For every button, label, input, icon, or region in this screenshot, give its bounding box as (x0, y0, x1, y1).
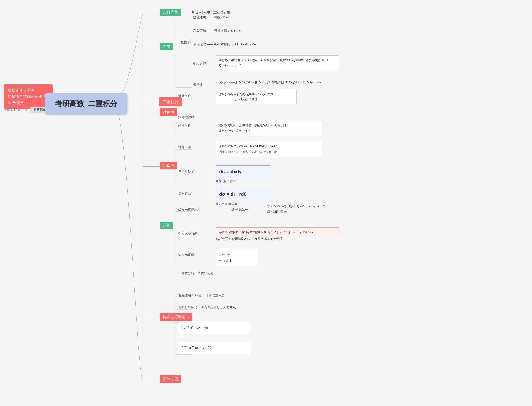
mind-map-canvas: 版权∈ 本人所有 严禁擅自转载和商用 受法律保护 2020.3.16 开坑 更新… (0, 0, 532, 406)
polar-cartesian-formula-box: x = rcosθ y = rsinθ (216, 249, 258, 266)
preserve-label: 保号性 (193, 83, 203, 87)
coord-use-polar: —— 选用 极坐标 (224, 208, 248, 211)
calc-shortcut-label: 计算口诀 (178, 145, 191, 149)
special-formula1: ∫-∞+∞ e-x² dx = √π (182, 324, 247, 332)
swap-sym-line1: 若x与y对调后，区域D不变，或区域D关于y=x对称，则 (219, 123, 319, 128)
polar-formula-box: dσ = dr · rdθ (216, 188, 275, 200)
start-date: 2020.3.16 开坑 (4, 107, 28, 112)
order-swap-note: x,y积分互换 使用轮换对称 → 2I 双倍 或者 I² 升维度 (216, 237, 283, 241)
ordinary-sym-line1: ∬f(x,y)dxdy = ⎧ 2∬f(x,y)dxdy，f(x,y)=f(-x… (219, 92, 293, 96)
pc-formula2: y = rsinθ (219, 257, 255, 264)
ordinary-sym-box: ∬f(x,y)dxdy = ⎧ 2∬f(x,y)dxdy，f(x,y)=f(-x… (216, 89, 297, 104)
central-node: 考研高数_二重积分 (45, 93, 127, 115)
label-double-integral: 二重积分 (159, 97, 182, 106)
label-chapter-skills: 章节技巧 (160, 375, 181, 383)
additive-property: 积分可加 —— 可拆区间D=D1∪D2 (193, 29, 242, 33)
general-properties-label: 一般性质 (177, 40, 191, 45)
label-calculation-method: 计算法 (160, 162, 177, 169)
mean-value-detail-box: 函数f(x,y)在有界区间D上连续，A为D的面积，则在D上至少存在一点(ξ,η)… (216, 56, 339, 70)
calc-note: 后积先定限 限内画条线 先交写下限 后交写下限 (219, 149, 319, 154)
polar-conditions-box: 有 f(x²+y²)=f(r²)，f(y/x)=f(tanθ)，f(x/y)=f… (267, 204, 325, 214)
encounter-polar-label: 遇到极坐标马上转为直角坐标，反之亦然 (178, 305, 236, 309)
special-formula1-box: ∫-∞+∞ e-x² dx = √π (178, 321, 251, 334)
polar-note: 画线→[从左往右] (216, 202, 238, 206)
swap-symmetry-label: 轮换对称 (178, 124, 191, 128)
polar-label: 极坐标系 (178, 192, 191, 196)
find-axis-label: 找对称轴线 (178, 115, 194, 119)
cartesian-note: 画线↑[从下往上] (216, 179, 237, 183)
central-node-title: 考研高数_二重积分 (55, 100, 117, 108)
preserve-detail: f(x,y)≤g(x,y)⟺∬_D f(x,y)dσ ≤ ∬_D f(x,y)d… (216, 80, 321, 85)
ordinary-sym-line2: ⎩ 0，f(x,y)=-f(-x,y) (219, 96, 293, 102)
polar-cond1: 有 f(x²+y²)=f(r²)，f(y/x)=f(tanθ)，f(x/y)=f… (267, 204, 325, 209)
geometric-content: f(x,y)可积即二重积分存在 (192, 10, 230, 15)
ordinary-symmetry-label: 普通对称 (178, 94, 191, 98)
cartesian-label: 直角坐标系 (178, 169, 194, 173)
order-swap-box: 存在原函数但求不出初等形式的原函数 若∫e^x², ∫sin x²dx, ∫si… (216, 227, 339, 237)
special-formula2-box: ∫0+∞ e-x² dx = √π / 2 (178, 341, 251, 354)
one-to-double-label: 一元积分转二重积分问题 (178, 271, 213, 275)
label-geometric-background: 几何背景 (160, 8, 181, 16)
label-calculation: 计算 (160, 222, 173, 229)
estimate-theorem: 估值定理 —— A为D的面积，则mA≤f(D)≤MA (193, 42, 256, 46)
label-symmetry: 对称性 (160, 109, 177, 116)
mean-value-label: 中值定理 (193, 62, 206, 66)
label-properties: 性质 (160, 43, 173, 50)
copyright-line2: 严禁擅自转载和商用 受法律保护 (8, 94, 49, 106)
polar-cond2: 圆or圆的一部分 (267, 209, 325, 214)
calc-formula: ∬f(x,y)dxdy = ∫_a^b dx ∫_{φ₁(x)}^{φ₂(x)}… (219, 143, 319, 148)
order-swap-detail: 存在原函数但求不出初等形式的原函数 若∫e^x², ∫sin x²dx, ∫si… (219, 230, 336, 235)
cartesian-formula-box: dσ = dxdy (216, 166, 271, 178)
date-section: 2020.3.16 开坑 更新记录 (4, 107, 49, 113)
special-formula2: ∫0+∞ e-x² dx = √π / 2 (182, 344, 247, 352)
linear-property: 线性性质 —— 可拆f=f1+f2 (193, 15, 230, 19)
coord-selection-label: 坐标系选择原则 (178, 208, 201, 211)
first-use-label: 首先使用 对称性质 计算双重积分I (178, 294, 226, 297)
swap-sym-line2: ∬f(x,y)dxdy = ∬f(y,x)dydx (219, 128, 319, 133)
copyright-line1: 版权∈ 本人所有 (8, 87, 49, 94)
cartesian-formula: dσ = dxdy (219, 168, 267, 176)
calc-formula-box: ∬f(x,y)dxdy = ∫_a^b dx ∫_{φ₁(x)}^{φ₂(x)}… (216, 141, 322, 157)
polar-formula: dσ = dr · rdθ (219, 190, 272, 198)
swap-sym-box: 若x与y对调后，区域D不变，或区域D关于y=x对称，则 ∬f(x,y)dxdy … (216, 121, 322, 135)
pc-formula1: x = rcosθ (219, 251, 255, 257)
order-swap-label: 积分次序转换 (178, 231, 197, 235)
label-special-skills: 特殊技巧和细节 (160, 313, 193, 321)
polar-cartesian-label: 极直系转换 (178, 253, 194, 257)
